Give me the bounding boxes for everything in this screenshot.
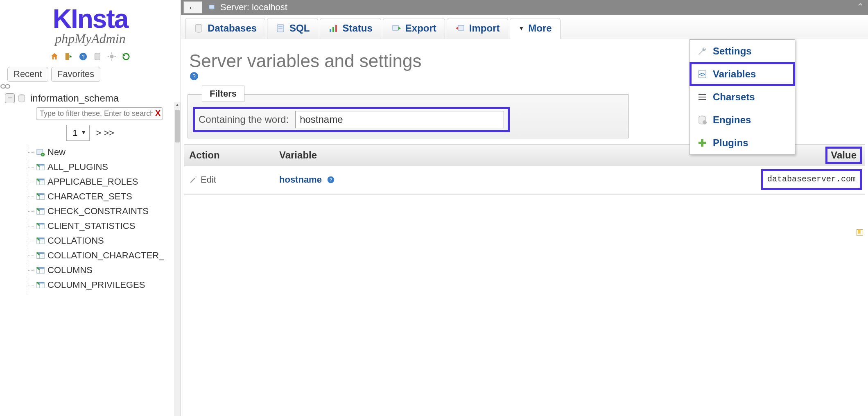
home-icon[interactable] (50, 52, 59, 61)
menu-plugins[interactable]: Plugins (690, 131, 795, 154)
svg-point-4 (110, 55, 113, 59)
logout-icon[interactable] (64, 52, 73, 61)
back-button[interactable]: ← (183, 1, 202, 14)
engines-icon (697, 115, 707, 125)
new-table-label: New (47, 147, 66, 158)
table-item[interactable]: ALL_PLUGINS (24, 160, 181, 174)
svg-rect-61 (458, 25, 464, 30)
filters-legend: Filters (202, 86, 244, 102)
docs-icon[interactable] (93, 52, 102, 61)
variable-value: databaseserver.com (763, 171, 860, 188)
col-variable: Variable (274, 145, 499, 166)
clear-filter-icon[interactable]: X (155, 109, 160, 118)
table-item[interactable]: CLIENT_STATISTICS (24, 219, 181, 233)
tab-more[interactable]: ▼ More (510, 18, 560, 39)
help-icon[interactable]: ? (327, 176, 335, 184)
table-item[interactable]: COLLATIONS (24, 233, 181, 248)
filter-label: Containing the word: (199, 114, 289, 125)
link-icon[interactable] (0, 84, 164, 89)
pencil-icon (189, 176, 197, 184)
collapse-bar-icon[interactable]: ⌃ (857, 2, 864, 12)
pager-next[interactable]: > >> (96, 128, 114, 138)
navigation-sidebar: KInsta phpMyAdmin ? Recent Favorites − i… (0, 0, 181, 416)
table-item[interactable]: COLLATION_CHARACTER_ (24, 248, 181, 263)
collapse-icon[interactable]: − (5, 93, 15, 103)
col-action: Action (184, 145, 274, 166)
table-pager: 1 > >> (0, 125, 181, 141)
table-icon (36, 266, 45, 275)
svg-point-10 (5, 85, 10, 88)
new-table-icon: + (36, 148, 45, 157)
menu-settings[interactable]: Settings (690, 40, 795, 63)
menu-charsets[interactable]: Charsets (690, 86, 795, 109)
table-icon (36, 222, 45, 231)
table-item[interactable]: COLUMNS (24, 263, 181, 278)
variable-name-link[interactable]: hostname (279, 174, 322, 185)
table-icon (36, 163, 45, 172)
top-tab-bar: Databases SQL Status Export Import ▼ Mor… (181, 15, 868, 39)
table-item[interactable]: CHARACTER_SETS (24, 189, 181, 204)
svg-rect-0 (66, 53, 69, 60)
svg-point-9 (1, 85, 5, 88)
table-item[interactable]: COLUMN_PRIVILEGES (24, 278, 181, 292)
menu-engines[interactable]: Engines (690, 109, 795, 131)
filters-panel: Filters Containing the word: (188, 94, 629, 138)
help-icon[interactable]: ? (79, 52, 88, 61)
breadcrumb-bar: ← Server: localhost ⌃ (181, 0, 868, 15)
brand-sub: phpMyAdmin (4, 31, 176, 46)
tab-databases[interactable]: Databases (185, 18, 265, 39)
svg-rect-8 (114, 56, 116, 57)
svg-text:?: ? (330, 177, 332, 182)
tab-favorites[interactable]: Favorites (51, 67, 100, 82)
edit-link[interactable]: Edit (189, 174, 269, 185)
wrench-icon (697, 46, 707, 56)
tab-sql[interactable]: SQL (267, 18, 318, 39)
svg-text:?: ? (192, 73, 196, 79)
breadcrumb-label[interactable]: Server: localhost (220, 2, 287, 13)
server-icon (208, 3, 217, 12)
gear-icon[interactable] (107, 52, 116, 61)
main-panel: ← Server: localhost ⌃ Databases SQL Stat… (181, 0, 868, 416)
svg-text:?: ? (81, 54, 84, 60)
page-select[interactable]: 1 (66, 125, 90, 141)
bookmark-icon[interactable] (856, 228, 864, 237)
database-tree-header[interactable]: − information_schema (5, 93, 181, 104)
svg-rect-51 (209, 5, 215, 9)
tab-status[interactable]: Status (320, 18, 381, 39)
table-icon (36, 207, 45, 216)
svg-rect-58 (332, 27, 334, 32)
menu-variables[interactable]: <> Variables (690, 63, 795, 86)
database-icon (17, 94, 26, 103)
svg-rect-59 (335, 25, 337, 32)
sidebar-scrollbar[interactable]: ▲ (174, 102, 181, 416)
svg-rect-3 (95, 53, 100, 60)
svg-text:<>: <> (699, 71, 705, 77)
table-icon (36, 236, 45, 245)
brand-name: KInsta (4, 6, 176, 32)
tab-import[interactable]: Import (447, 18, 509, 39)
svg-rect-6 (111, 59, 112, 61)
variable-row: Edit hostname ? databaseserver.com (184, 166, 865, 194)
svg-rect-52 (210, 9, 213, 11)
plugins-icon (697, 138, 707, 148)
import-icon (455, 23, 465, 33)
tab-export[interactable]: Export (383, 18, 445, 39)
svg-rect-57 (330, 29, 331, 32)
brand-logo: KInsta phpMyAdmin (0, 0, 181, 48)
svg-text:+: + (42, 153, 44, 157)
tab-recent[interactable]: Recent (7, 67, 48, 82)
export-icon (391, 23, 401, 33)
sidebar-tabs: Recent Favorites (7, 67, 181, 82)
new-table-link[interactable]: + New (24, 145, 181, 160)
filter-word-input[interactable] (295, 111, 504, 128)
refresh-icon[interactable] (122, 52, 131, 61)
table-item[interactable]: CHECK_CONSTRAINTS (24, 204, 181, 219)
quick-icon-row: ? (0, 52, 181, 61)
variables-icon: <> (697, 69, 707, 79)
table-item[interactable]: APPLICABLE_ROLES (24, 174, 181, 189)
svg-rect-5 (111, 52, 112, 54)
svg-point-68 (703, 120, 707, 124)
table-filter-input[interactable] (36, 107, 163, 120)
database-name[interactable]: information_schema (30, 93, 119, 104)
table-icon (36, 192, 45, 201)
